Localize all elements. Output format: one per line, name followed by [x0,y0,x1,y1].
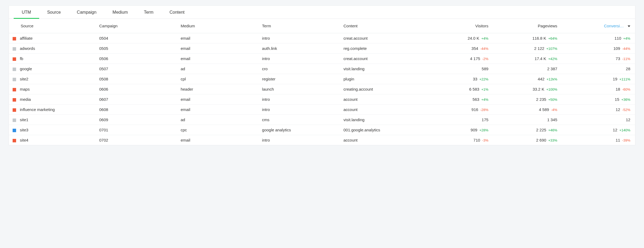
tab-content[interactable]: Content [162,6,193,18]
cell-pageviews-delta: +42% [547,57,557,61]
cell-medium: ad [178,64,259,74]
cell-visitors: 563 +4% [429,94,491,105]
tab-source[interactable]: Source [39,6,69,18]
table-row[interactable]: fb0506emailintrocreat.account4 175 -2%17… [9,54,635,64]
col-header-visitors[interactable]: Visitors [429,19,491,33]
table-row[interactable]: media0607emailintroaccount563 +4%2 235 +… [9,94,635,105]
col-header-source[interactable]: Source [9,19,97,33]
utm-report-panel: UTMSourceCampaignMediumTermContent Sourc… [9,5,635,145]
cell-campaign: 0606 [97,84,178,94]
cell-conversions-value: 28 [626,66,630,71]
cell-visitors-value: 33 [473,77,477,81]
cell-conversions: 12 [560,115,635,125]
cell-visitors-value: 916 [471,107,478,112]
col-header-medium[interactable]: Medium [178,19,259,33]
cell-term: intro [259,54,341,64]
tab-utm[interactable]: UTM [14,6,39,18]
cell-source-text: site4 [20,138,28,142]
table-row[interactable]: maps0606headerlaunchcreating.account6 58… [9,84,635,94]
cell-visitors-delta: +22% [478,77,488,81]
cell-conversions: 109 -44% [560,43,635,54]
cell-conversions-value: 12 [626,117,630,122]
cell-source-text: influence marketing [20,107,55,112]
cell-visitors-value: 589 [482,66,488,71]
col-header-conversions-label: Conversi… [604,24,624,28]
table-row[interactable]: site40702emailintroaccount710 -3%2 690 +… [9,135,635,145]
cell-campaign: 0609 [97,115,178,125]
col-header-campaign[interactable]: Campaign [97,19,178,33]
cell-pageviews-delta: +12k% [546,77,557,81]
cell-medium: cpl [178,74,259,84]
table-row[interactable]: site30701cpcgoogle analytics001.google.a… [9,125,635,135]
cell-medium: email [178,33,259,43]
cell-term: google analytics [259,125,341,135]
cell-conversions-value: 18 [616,87,620,91]
cell-source: adwords [9,43,97,54]
table-row[interactable]: site20508cplregisterplugin33 +22%442 +12… [9,74,635,84]
cell-visitors-value: 354 [471,46,478,51]
cell-term: intro [259,33,341,43]
cell-pageviews: 116.8 K +64% [491,33,560,43]
cell-pageviews-delta: +50% [547,98,557,102]
cell-visitors: 33 +22% [429,74,491,84]
cell-content: creat.account [341,54,429,64]
table-row[interactable]: site10609adcmsvisit.landing1751 34512 [9,115,635,125]
cell-pageviews: 2 122 +107% [491,43,560,54]
color-square-icon [13,108,16,112]
cell-term: cms [259,115,341,125]
cell-conversions-delta: +4% [622,36,630,40]
tab-term[interactable]: Term [136,6,162,18]
table-row[interactable]: affiliate0504emailintrocreat.account24.0… [9,33,635,43]
cell-conversions: 18 -60% [560,84,635,94]
cell-campaign: 0505 [97,43,178,54]
cell-pageviews-value: 4 589 [539,107,549,112]
cell-conversions-value: 73 [616,56,620,61]
cell-pageviews-value: 2 122 [534,46,544,51]
cell-visitors-delta: +4% [480,36,488,40]
cell-campaign: 0607 [97,94,178,105]
cell-conversions: 73 -11% [560,54,635,64]
cell-pageviews-delta: -4% [550,108,557,112]
utm-table: Source Campaign Medium Term Content Visi… [9,19,635,145]
cell-conversions-value: 110 [614,36,621,40]
cell-pageviews-value: 17.4 K [535,56,546,61]
col-header-term[interactable]: Term [259,19,341,33]
cell-source: affiliate [9,33,97,43]
cell-term: launch [259,84,341,94]
cell-pageviews-value: 1 345 [547,117,557,122]
cell-conversions-delta: -60% [621,87,630,91]
cell-visitors: 710 -3% [429,135,491,145]
cell-term: cro [259,64,341,74]
col-header-pageviews[interactable]: Pageviews [491,19,560,33]
cell-source-text: google [20,66,32,71]
tab-campaign[interactable]: Campaign [69,6,104,18]
cell-pageviews: 442 +12k% [491,74,560,84]
tab-medium[interactable]: Medium [104,6,136,18]
cell-conversions-value: 109 [613,46,620,51]
cell-campaign: 0608 [97,105,178,115]
color-square-icon [13,98,16,102]
cell-source-text: adwords [20,46,35,51]
table-row[interactable]: google0507adcrovisit.landing5892 38728 [9,64,635,74]
cell-conversions-delta: +36% [620,98,630,102]
cell-conversions-value: 12 [616,107,620,112]
cell-visitors: 916 -28% [429,105,491,115]
col-header-conversions[interactable]: Conversi… [560,19,635,33]
cell-source: site1 [9,115,97,125]
table-row[interactable]: influence marketing0608emailintroaccount… [9,105,635,115]
col-header-content[interactable]: Content [341,19,429,33]
cell-conversions-value: 19 [613,77,617,81]
color-square-icon [13,68,16,71]
cell-pageviews-value: 33.2 K [533,87,544,91]
cell-conversions-delta: +111% [619,77,630,81]
cell-pageviews-delta: +100% [545,87,557,91]
cell-campaign: 0506 [97,54,178,64]
cell-visitors-value: 24.0 K [468,36,479,40]
cell-source-text: fb [20,56,23,61]
cell-source-text: site1 [20,117,28,122]
cell-source: fb [9,54,97,64]
table-row[interactable]: adwords0505emailauth.linkreg.complete354… [9,43,635,54]
cell-conversions-value: 15 [615,97,619,102]
cell-source-text: maps [20,87,30,91]
cell-medium: email [178,94,259,105]
